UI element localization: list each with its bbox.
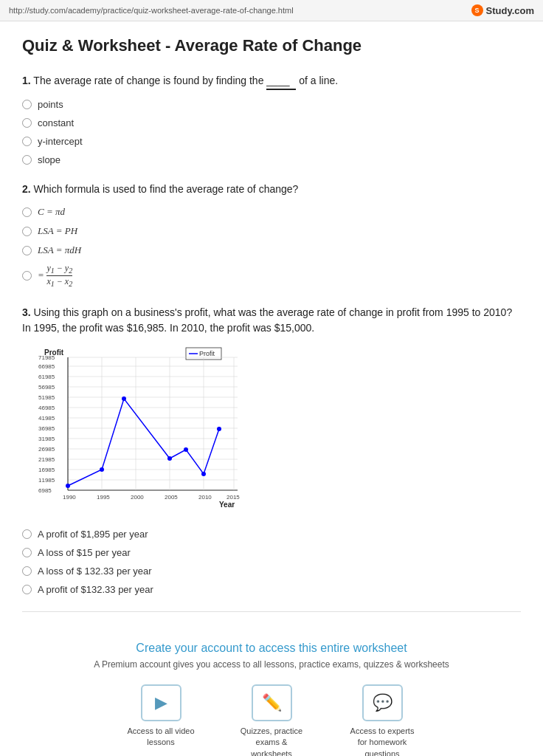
svg-text:56985: 56985 — [38, 384, 55, 391]
svg-point-47 — [100, 467, 104, 472]
option-3-2[interactable]: A loss of $15 per year — [22, 547, 521, 558]
svg-text:2005: 2005 — [165, 494, 178, 501]
main-content: Quiz & Worksheet - Average Rate of Chang… — [0, 21, 543, 756]
radio-1-1[interactable] — [22, 100, 32, 109]
radio-3-1[interactable] — [22, 529, 32, 539]
svg-text:11985: 11985 — [38, 477, 55, 484]
option-3-4[interactable]: A profit of $132.33 per year — [22, 584, 521, 595]
cta-subtitle: A Premium account gives you access to al… — [22, 659, 521, 670]
option-2-3[interactable]: LSA = πdH — [22, 244, 521, 256]
question-1: 1. The average rate of change is found b… — [22, 73, 521, 165]
logo: S Study.com — [471, 4, 535, 16]
radio-2-3[interactable] — [22, 246, 32, 255]
svg-text:21985: 21985 — [38, 456, 55, 463]
url-bar: http://study.com/academy/practice/quiz-w… — [9, 6, 294, 15]
svg-text:26985: 26985 — [38, 446, 55, 453]
option-1-2[interactable]: constant — [22, 117, 521, 128]
question-3-options: A profit of $1,895 per year A loss of $1… — [22, 529, 521, 595]
radio-2-4[interactable] — [22, 271, 32, 281]
cta-title: Create your account to access this entir… — [22, 642, 521, 655]
svg-text:36985: 36985 — [38, 425, 55, 432]
option-1-3[interactable]: y-intercept — [22, 136, 521, 147]
svg-text:71985: 71985 — [38, 354, 55, 361]
radio-1-3[interactable] — [22, 137, 32, 146]
option-1-1[interactable]: points — [22, 99, 521, 110]
svg-text:Profit: Profit — [199, 350, 215, 357]
icon-item-3: 💬 Access to experts for homework questio… — [345, 684, 419, 756]
radio-1-4[interactable] — [22, 155, 32, 165]
logo-text: Study.com — [486, 5, 535, 16]
pencil-icon: ✏️ — [262, 693, 282, 712]
icons-row: ▶ Access to all video lessons ✏️ Quizzes… — [22, 684, 521, 756]
option-2-1[interactable]: C = πd — [22, 206, 521, 218]
chart-line — [68, 399, 219, 486]
svg-text:1995: 1995 — [97, 494, 110, 501]
play-icon: ▶ — [155, 693, 167, 712]
profit-chart: Profit Profit — [38, 346, 245, 516]
svg-text:66985: 66985 — [38, 363, 55, 370]
svg-text:31985: 31985 — [38, 436, 55, 442]
option-3-1[interactable]: A profit of $1,895 per year — [22, 529, 521, 540]
svg-point-51 — [201, 472, 206, 476]
top-bar: http://study.com/academy/practice/quiz-w… — [0, 0, 543, 21]
radio-3-4[interactable] — [22, 585, 32, 594]
option-2-4[interactable]: = y1 − y2 x1 − x2 — [22, 264, 521, 289]
radio-1-2[interactable] — [22, 118, 32, 128]
svg-text:41985: 41985 — [38, 415, 55, 422]
chart-container: Profit Profit — [38, 346, 245, 518]
svg-text:16985: 16985 — [38, 467, 55, 473]
icon-item-2: ✏️ Quizzes, practice exams & worksheets — [235, 684, 308, 756]
question-1-text: 1. The average rate of change is found b… — [22, 73, 521, 90]
svg-text:6985: 6985 — [38, 487, 52, 494]
chat-icon: 💬 — [373, 693, 392, 712]
question-2-options: C = πd LSA = PH LSA = πdH = y1 − y2 x1 −… — [22, 206, 521, 289]
quiz-icon-box: ✏️ — [252, 684, 292, 721]
svg-text:2000: 2000 — [131, 494, 144, 501]
svg-point-48 — [122, 396, 126, 401]
question-3-text: 3. Using this graph on a business's prof… — [22, 305, 521, 336]
svg-text:2015: 2015 — [226, 494, 240, 501]
radio-3-2[interactable] — [22, 548, 32, 557]
svg-text:46985: 46985 — [38, 405, 55, 411]
svg-text:51985: 51985 — [38, 394, 55, 401]
question-3: 3. Using this graph on a business's prof… — [22, 305, 521, 595]
svg-point-50 — [184, 447, 188, 452]
svg-text:2010: 2010 — [198, 494, 212, 501]
divider — [22, 611, 521, 612]
icon-item-1: ▶ Access to all video lessons — [124, 684, 198, 756]
radio-2-2[interactable] — [22, 227, 32, 236]
svg-text:Year: Year — [219, 501, 235, 509]
option-1-4[interactable]: slope — [22, 154, 521, 165]
question-2-text: 2. Which formula is used to find the ave… — [22, 182, 521, 197]
cta-section: Create your account to access this entir… — [22, 627, 521, 756]
video-icon-box: ▶ — [141, 684, 181, 721]
svg-text:1990: 1990 — [63, 494, 76, 501]
page-title: Quiz & Worksheet - Average Rate of Chang… — [22, 36, 521, 55]
radio-3-3[interactable] — [22, 566, 32, 576]
option-3-3[interactable]: A loss of $ 132.33 per year — [22, 566, 521, 577]
radio-2-1[interactable] — [22, 207, 32, 217]
svg-point-49 — [167, 456, 172, 461]
option-2-2[interactable]: LSA = PH — [22, 225, 521, 237]
svg-point-52 — [217, 427, 221, 431]
question-1-options: points constant y-intercept slope — [22, 99, 521, 165]
svg-text:61985: 61985 — [38, 374, 55, 380]
expert-icon-box: 💬 — [362, 684, 403, 721]
logo-icon: S — [471, 4, 483, 16]
svg-point-46 — [66, 484, 70, 488]
question-2: 2. Which formula is used to find the ave… — [22, 182, 521, 289]
formula-fraction: y1 − y2 x1 − x2 — [46, 264, 72, 289]
